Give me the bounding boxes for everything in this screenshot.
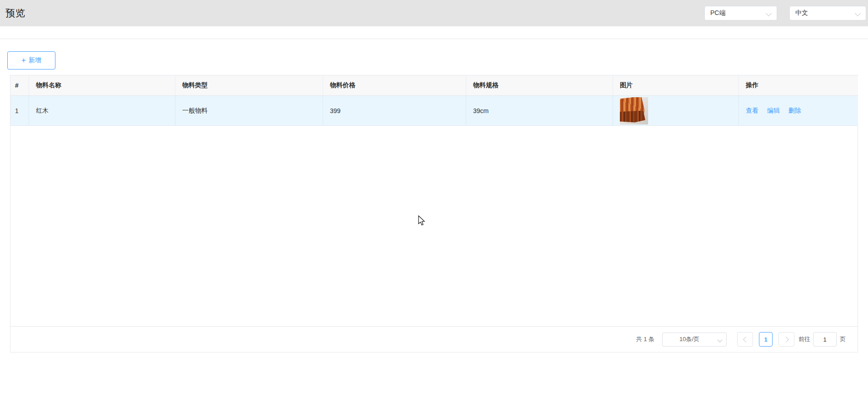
cell-name: 红木 bbox=[29, 96, 175, 126]
section-divider bbox=[0, 39, 868, 39]
add-button-label: 新增 bbox=[29, 56, 41, 65]
cell-image bbox=[613, 96, 739, 126]
cell-price: 399 bbox=[323, 96, 466, 126]
device-select[interactable]: PC端 bbox=[704, 6, 777, 20]
col-header-name: 物料名称 bbox=[29, 75, 175, 96]
chevron-right-icon bbox=[783, 337, 789, 342]
table-header-row: # 物料名称 物料类型 物料价格 物料规格 图片 操作 bbox=[10, 75, 858, 96]
cell-index: 1 bbox=[10, 96, 29, 126]
page-size-value: 10条/页 bbox=[679, 335, 699, 343]
language-select[interactable]: 中文 bbox=[789, 6, 866, 20]
next-page-button[interactable] bbox=[778, 332, 794, 347]
total-count-label: 共 1 条 bbox=[636, 335, 654, 343]
goto-label: 前往 bbox=[798, 335, 810, 343]
page-number-button[interactable]: 1 bbox=[759, 332, 773, 347]
col-header-spec: 物料规格 bbox=[466, 75, 613, 96]
col-header-image: 图片 bbox=[613, 75, 739, 96]
pagination-bar: 共 1 条 10条/页 1 前往 页 bbox=[10, 326, 858, 352]
col-header-price: 物料价格 bbox=[323, 75, 466, 96]
goto-unit-label: 页 bbox=[840, 335, 846, 343]
chevron-down-icon bbox=[717, 337, 722, 342]
cell-actions: 查看 编辑 删除 bbox=[739, 96, 858, 126]
top-bar: 预览 PC端 中文 bbox=[0, 0, 868, 26]
language-select-value: 中文 bbox=[795, 9, 808, 17]
chevron-down-icon bbox=[766, 10, 772, 16]
plus-icon: + bbox=[21, 56, 26, 64]
cell-type: 一般物料 bbox=[175, 96, 323, 126]
prev-page-button[interactable] bbox=[737, 332, 753, 347]
chevron-left-icon bbox=[743, 337, 749, 342]
col-header-actions: 操作 bbox=[739, 75, 858, 96]
materials-table: # 物料名称 物料类型 物料价格 物料规格 图片 操作 1 红木 一般物料 39… bbox=[10, 75, 858, 126]
table-row: 1 红木 一般物料 399 39cm 查看 编辑 删除 bbox=[10, 96, 858, 126]
page-size-select[interactable]: 10条/页 bbox=[662, 332, 727, 347]
page-title: 预览 bbox=[5, 0, 25, 26]
col-header-index: # bbox=[10, 75, 29, 96]
chevron-down-icon bbox=[855, 10, 861, 16]
add-button[interactable]: + 新增 bbox=[7, 51, 55, 69]
goto-page-input[interactable] bbox=[813, 332, 837, 347]
device-select-value: PC端 bbox=[710, 9, 725, 17]
delete-link[interactable]: 删除 bbox=[788, 107, 801, 114]
view-link[interactable]: 查看 bbox=[746, 107, 758, 114]
materials-table-container: # 物料名称 物料类型 物料价格 物料规格 图片 操作 1 红木 一般物料 39… bbox=[10, 75, 858, 352]
col-header-type: 物料类型 bbox=[175, 75, 323, 96]
cell-spec: 39cm bbox=[466, 96, 613, 126]
edit-link[interactable]: 编辑 bbox=[767, 107, 780, 114]
material-thumbnail-image bbox=[620, 97, 648, 124]
